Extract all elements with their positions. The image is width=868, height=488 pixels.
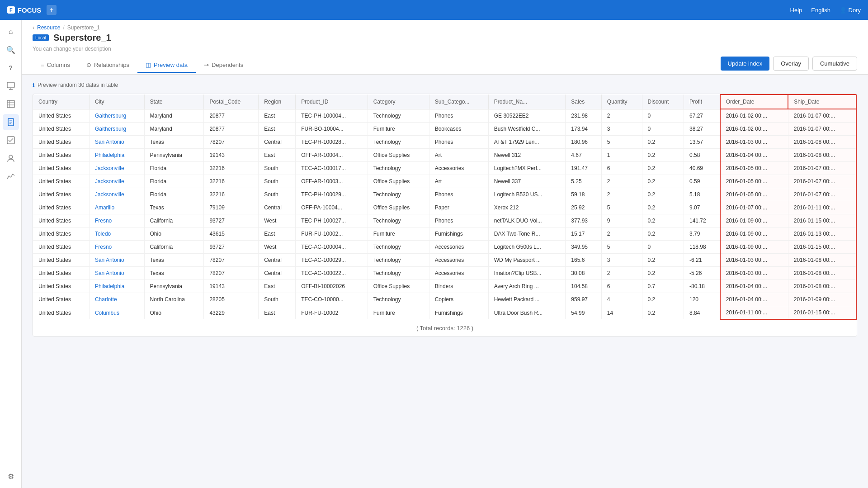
table-cell[interactable]: Toledo (89, 227, 144, 241)
table-cell: Texas (144, 267, 204, 280)
table-cell: Phones (429, 136, 488, 149)
table-cell: 0.2 (642, 136, 684, 149)
sidebar-item-task[interactable] (3, 132, 19, 148)
table-cell: Office Supplies (368, 201, 429, 214)
table-cell: West (259, 241, 296, 254)
table-cell[interactable]: Fresno (89, 214, 144, 227)
language-selector[interactable]: English (811, 7, 830, 14)
table-cell: -6.21 (684, 254, 720, 267)
tab-columns[interactable]: ≡ Columns (33, 58, 78, 73)
table-cell[interactable]: Amarillo (89, 201, 144, 214)
table-cell: Central (259, 136, 296, 149)
info-bar: ℹ Preview random 30 datas in table (33, 82, 857, 88)
table-row: United StatesColumbusOhio43229EastFUR-FU… (33, 306, 856, 320)
table-cell: 43229 (204, 306, 259, 320)
table-cell[interactable]: Gaithersburg (89, 123, 144, 136)
table-cell: 6 (601, 162, 642, 175)
sidebar-item-search[interactable]: 🔍 (3, 42, 19, 58)
table-cell[interactable]: Jacksonville (89, 175, 144, 188)
table-cell: 3 (601, 254, 642, 267)
table-cell: California (144, 214, 204, 227)
table-cell: 377.93 (566, 214, 602, 227)
table-row: United StatesJacksonvilleFlorida32216Sou… (33, 175, 856, 188)
table-cell[interactable]: Philadelphia (89, 149, 144, 162)
sidebar-item-monitor[interactable] (3, 78, 19, 94)
sidebar-item-document[interactable] (3, 114, 19, 130)
table-cell: 2016-01-07 00:... (720, 201, 788, 214)
update-index-button[interactable]: Update index (721, 57, 770, 71)
table-cell: Furniture (368, 306, 429, 320)
table-cell: OFF-AR-10004... (296, 149, 368, 162)
table-cell: 43615 (204, 227, 259, 241)
table-cell[interactable]: San Antonio (89, 254, 144, 267)
table-cell[interactable]: Philadelphia (89, 280, 144, 293)
help-link[interactable]: Help (790, 7, 802, 14)
table-cell: TEC-PH-100004... (296, 109, 368, 123)
col-header-city: City (89, 95, 144, 109)
table-cell: Ohio (144, 227, 204, 241)
tab-relationships-label: Relationships (94, 62, 129, 68)
sidebar-item-help[interactable]: ? (3, 60, 19, 76)
table-cell[interactable]: Charlotte (89, 293, 144, 306)
page-description: You can change your description (33, 46, 857, 52)
tab-dependents[interactable]: ⊸ Dependents (196, 58, 251, 73)
table-cell: United States (33, 188, 89, 201)
sidebar-item-home[interactable]: ⌂ (3, 24, 19, 40)
table-row: United StatesSan AntonioTexas78207Centra… (33, 136, 856, 149)
table-cell: United States (33, 280, 89, 293)
table-cell: 2016-01-15 00:... (788, 306, 856, 320)
table-cell[interactable]: Fresno (89, 241, 144, 254)
sidebar-item-settings[interactable]: ⚙ (3, 468, 19, 484)
table-cell: Texas (144, 201, 204, 214)
table-cell: 78207 (204, 267, 259, 280)
col-header-state: State (144, 95, 204, 109)
tab-preview[interactable]: ◫ Preview data (137, 58, 196, 73)
table-cell[interactable]: Gaithersburg (89, 109, 144, 123)
table-cell[interactable]: San Antonio (89, 136, 144, 149)
table-cell: 104.58 (566, 280, 602, 293)
table-cell: United States (33, 293, 89, 306)
table-cell: 2016-01-05 00:... (720, 162, 788, 175)
table-cell: 32216 (204, 162, 259, 175)
table-cell: 173.94 (566, 123, 602, 136)
table-cell: 38.27 (684, 123, 720, 136)
tab-dependents-label: Dependents (212, 62, 243, 68)
sidebar-item-analytics[interactable] (3, 168, 19, 185)
table-cell: 0 (642, 241, 684, 254)
tab-relationships[interactable]: ⊙ Relationships (78, 58, 137, 73)
user-menu[interactable]: 👤 Dory (840, 7, 861, 14)
table-cell: 2 (601, 175, 642, 188)
table-cell: Technology (368, 241, 429, 254)
table-cell: Maryland (144, 109, 204, 123)
overlay-button[interactable]: Overlay (773, 57, 809, 71)
header-buttons: Update index Overlay Cumulative (721, 57, 857, 74)
table-row: United StatesPhiladelphiaPennsylvania191… (33, 149, 856, 162)
table-cell: 0 (642, 123, 684, 136)
table-cell[interactable]: Jacksonville (89, 162, 144, 175)
table-cell: GE 30522EE2 (488, 109, 566, 123)
table-cell[interactable]: San Antonio (89, 267, 144, 280)
table-cell[interactable]: Columbus (89, 306, 144, 320)
content-area: ℹ Preview random 30 datas in table Count… (22, 75, 868, 488)
add-tab-icon[interactable]: + (47, 5, 56, 15)
table-cell: 0.2 (642, 201, 684, 214)
table-cell: 0.2 (642, 254, 684, 267)
cumulative-button[interactable]: Cumulative (812, 57, 857, 71)
table-cell: 180.96 (566, 136, 602, 149)
col-header-ship-date: Ship_Date (788, 95, 856, 109)
sidebar-item-table[interactable] (3, 96, 19, 112)
svg-rect-3 (7, 100, 14, 108)
col-header-sub-category: Sub_Catego... (429, 95, 488, 109)
table-cell: Technology (368, 214, 429, 227)
table-cell: 2016-01-08 00:... (788, 254, 856, 267)
table-cell: 2016-01-09 00:... (720, 241, 788, 254)
table-cell: 5.25 (566, 175, 602, 188)
table-cell: 4 (601, 293, 642, 306)
table-cell: Office Supplies (368, 149, 429, 162)
table-cell: 19143 (204, 280, 259, 293)
table-cell[interactable]: Jacksonville (89, 188, 144, 201)
breadcrumb-resource[interactable]: Resource (37, 24, 60, 31)
sidebar-item-user[interactable] (3, 150, 19, 166)
table-cell: OFF-PA-10004... (296, 201, 368, 214)
svg-point-12 (9, 155, 13, 159)
